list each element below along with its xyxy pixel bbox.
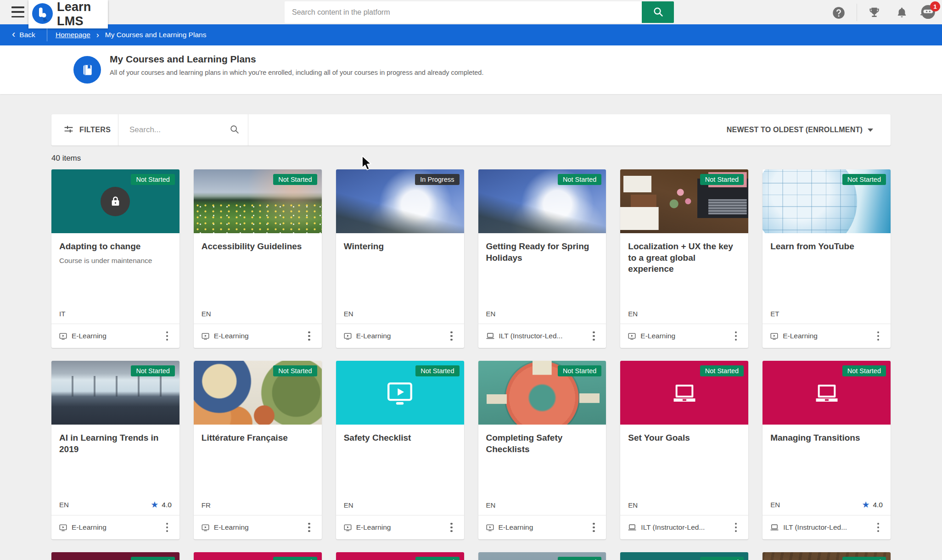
course-card[interactable]: In Progress Wintering EN E-Learning [336, 169, 464, 348]
course-title: Set Your Goals [628, 432, 740, 444]
course-card[interactable]: Not Started AI in Learning Trends in 201… [51, 361, 179, 539]
kebab-menu-icon[interactable] [445, 520, 459, 535]
course-card-footer: E-Learning [336, 515, 464, 539]
filters-button[interactable]: FILTERS [51, 114, 118, 146]
course-card[interactable]: Not Started Localization + UX the key to… [620, 169, 748, 348]
course-type-label: E-Learning [640, 332, 675, 340]
course-title: Littérature Française [202, 432, 314, 444]
course-thumbnail: Not Started [620, 552, 748, 560]
course-title: Getting Ready for Spring Holidays [486, 241, 599, 263]
course-card-footer: E-Learning [51, 515, 179, 539]
course-card-partial[interactable]: Not Started [194, 552, 322, 560]
bell-icon[interactable] [893, 4, 910, 21]
global-search-button[interactable] [642, 1, 674, 23]
monitor-play-icon [770, 332, 779, 341]
course-type-label: ILT (Instructor-Led... [783, 523, 847, 532]
kebab-menu-icon[interactable] [871, 520, 885, 535]
course-card-footer: E-Learning [194, 324, 322, 348]
course-type-label: ILT (Instructor-Led... [641, 523, 705, 532]
back-button[interactable]: ‹ Back [12, 30, 40, 40]
course-title: Managing Transitions [770, 432, 883, 444]
breadcrumb-homepage-link[interactable]: Homepage [56, 31, 90, 39]
course-thumbnail: Not Started [336, 552, 464, 560]
main-content: FILTERS NEWEST TO OLDEST (ENROLLMENT) 40… [0, 114, 942, 560]
course-type-label: E-Learning [72, 332, 107, 340]
course-rating: ★ 4.0 [151, 500, 172, 509]
course-card-footer: E-Learning [194, 515, 322, 539]
course-card[interactable]: Not Started Learn from YouTube ET E-Lear… [763, 169, 891, 348]
rating-value: 4.0 [873, 501, 883, 509]
course-language: EN [344, 310, 353, 318]
kebab-menu-icon[interactable] [160, 328, 174, 344]
kebab-menu-icon[interactable] [160, 520, 174, 535]
kebab-menu-icon[interactable] [445, 328, 459, 344]
course-card-footer: ILT (Instructor-Led... [763, 515, 891, 539]
course-title: AI in Learning Trends in 2019 [59, 432, 172, 455]
top-header: Learn LMS 1 [0, 0, 942, 24]
status-badge: Not Started [415, 557, 459, 560]
course-card[interactable]: Not Started Accessibility Guidelines EN … [194, 169, 322, 348]
chevron-left-icon: ‹ [12, 29, 15, 39]
course-search-input[interactable] [129, 125, 229, 134]
course-card-footer: E-Learning [763, 324, 891, 348]
trophy-icon[interactable] [866, 4, 883, 21]
filters-label: FILTERS [79, 126, 111, 134]
course-title: Accessibility Guidelines [202, 241, 314, 252]
sort-label: NEWEST TO OLDEST (ENROLLMENT) [727, 126, 863, 134]
course-card-partial[interactable]: Not Started [336, 552, 464, 560]
course-thumbnail: Not Started [194, 361, 322, 425]
course-card-footer: ILT (Instructor-Led... [478, 324, 606, 348]
search-icon[interactable] [229, 124, 240, 136]
kebab-menu-icon[interactable] [587, 520, 600, 535]
status-badge: Not Started [131, 174, 174, 185]
course-card-footer: E-Learning [478, 515, 606, 539]
status-badge: Not Started [415, 365, 459, 376]
course-thumbnail: Not Started [763, 169, 891, 233]
monitor-play-icon [59, 332, 67, 341]
status-badge: Not Started [131, 557, 174, 560]
course-card[interactable]: Not Started Completing Safety Checklists… [478, 361, 606, 539]
course-type-label: E-Learning [214, 523, 249, 532]
help-icon[interactable] [830, 4, 847, 21]
chevron-right-icon: › [96, 30, 99, 40]
course-type-label: E-Learning [499, 523, 533, 532]
course-type-label: E-Learning [356, 332, 391, 340]
course-card-partial[interactable]: Not Started [620, 552, 748, 560]
course-card-partial[interactable]: Not Started [763, 552, 891, 560]
app-name: Learn LMS [57, 0, 108, 28]
course-language: EN [486, 501, 496, 509]
breadcrumb-divider [47, 28, 47, 41]
hamburger-menu-icon[interactable] [11, 6, 24, 17]
status-badge: Not Started [700, 557, 744, 560]
course-type-label: E-Learning [783, 332, 818, 340]
breadcrumb-current: My Courses and Learning Plans [105, 31, 207, 39]
sort-dropdown[interactable]: NEWEST TO OLDEST (ENROLLMENT) [727, 114, 891, 146]
course-card[interactable]: Not Started Littérature Française FR E-L… [194, 361, 322, 539]
course-card[interactable]: Not Started Set Your Goals EN ILT (Instr… [620, 361, 748, 539]
global-search-input[interactable] [285, 1, 642, 23]
page-title-section: My Courses and Learning Plans All of you… [0, 45, 942, 94]
status-badge: Not Started [842, 174, 886, 185]
course-card-partial[interactable]: Not Started [478, 552, 606, 560]
course-title: Completing Safety Checklists [486, 432, 599, 455]
monitor-play-icon [628, 332, 636, 341]
status-badge: Not Started [273, 365, 317, 376]
user-menu[interactable]: 1 [919, 3, 938, 22]
notification-count-badge: 1 [930, 1, 940, 11]
course-language: EN [628, 501, 638, 509]
course-card[interactable]: Not Started Safety Checklist EN E-Learni… [336, 361, 464, 539]
course-card[interactable]: Not Started Getting Ready for Spring Hol… [478, 169, 606, 348]
kebab-menu-icon[interactable] [303, 520, 316, 535]
kebab-menu-icon[interactable] [729, 328, 743, 344]
kebab-menu-icon[interactable] [871, 328, 885, 344]
monitor-play-icon [486, 523, 494, 532]
kebab-menu-icon[interactable] [587, 328, 600, 344]
kebab-menu-icon[interactable] [729, 520, 743, 535]
course-thumbnail: Not Started [51, 552, 179, 560]
course-card[interactable]: Not Started Adapting to change Course is… [51, 169, 179, 348]
course-card[interactable]: Not Started Managing Transitions EN ★ 4.… [763, 361, 891, 539]
course-thumbnail: Not Started [763, 361, 891, 425]
course-card-partial[interactable]: Not Started [51, 552, 179, 560]
app-logo[interactable]: Learn LMS [28, 0, 108, 28]
kebab-menu-icon[interactable] [303, 328, 316, 344]
